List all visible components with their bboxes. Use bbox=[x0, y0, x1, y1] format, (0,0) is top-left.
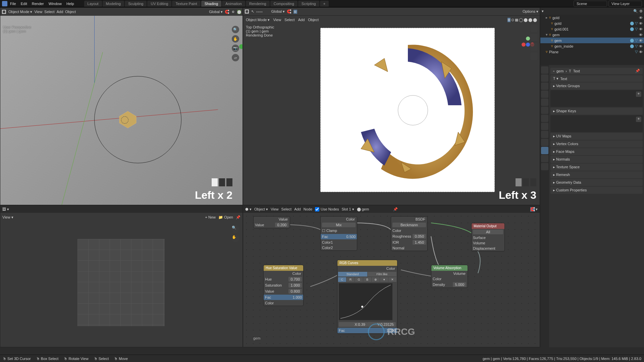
vp-menu-select[interactable]: Select bbox=[284, 18, 295, 22]
viewport-3d-right[interactable]: 🔳 ↖ ▫▫▫▫ Global ▾ 🧲 ⭘ Options ▾ Object M… bbox=[243, 7, 540, 205]
color-input[interactable]: Color bbox=[392, 229, 401, 233]
viewlayer-selector[interactable]: View Layer bbox=[608, 1, 642, 7]
grid-icon[interactable] bbox=[530, 53, 538, 60]
outliner-item[interactable]: gold bbox=[552, 16, 559, 20]
slot-selector[interactable]: Slot 1 ▾ bbox=[341, 207, 354, 212]
prop-tab-texture[interactable] bbox=[541, 163, 548, 170]
zoom-icon[interactable] bbox=[530, 24, 538, 32]
channel-b[interactable]: B bbox=[363, 277, 371, 282]
node-value[interactable]: Value Value0.200 bbox=[253, 216, 290, 228]
snap-toggle[interactable]: 🧲 bbox=[530, 207, 535, 212]
shading-solid[interactable]: ⬤ bbox=[524, 18, 528, 22]
workspace-texture[interactable]: Texture Paint bbox=[172, 1, 200, 7]
curve-tools[interactable]: ⊕ bbox=[372, 277, 380, 282]
clamp-checkbox[interactable]: ☐ Clamp bbox=[322, 229, 337, 233]
pin-button[interactable]: 📌 bbox=[393, 207, 398, 212]
vp-menu-add[interactable]: Add bbox=[298, 18, 305, 22]
shading-material[interactable]: ⬤ bbox=[528, 18, 532, 22]
prop-tab-render[interactable] bbox=[541, 66, 548, 74]
tone-standard[interactable]: Standard bbox=[338, 272, 367, 277]
color-input[interactable]: Color bbox=[433, 277, 441, 281]
editor-type-selector[interactable]: 🔳 bbox=[2, 10, 6, 14]
node-menu-node[interactable]: Node bbox=[304, 207, 312, 211]
target-select[interactable]: All bbox=[473, 230, 503, 234]
prop-tab-output[interactable] bbox=[541, 74, 548, 82]
empty-circle-object[interactable] bbox=[94, 76, 181, 163]
add-button[interactable]: + bbox=[636, 117, 641, 122]
workspace-add[interactable]: + bbox=[320, 1, 329, 7]
outliner-item[interactable]: gold.001 bbox=[554, 27, 569, 31]
uv-image-editor[interactable]: 🖼 ▾ View ▾ + New 📁 Open 📌 🔍 ✋ bbox=[0, 205, 243, 347]
shader-type[interactable]: Object ▾ bbox=[254, 207, 268, 212]
workspace-layout[interactable]: Layout bbox=[84, 1, 102, 7]
panel-geometry-data[interactable]: ▸ Geometry Data bbox=[550, 179, 643, 186]
editor-type-selector[interactable]: 🔳 bbox=[245, 9, 249, 14]
displacement-input[interactable]: Displacement bbox=[473, 246, 495, 250]
menu-file[interactable]: File bbox=[10, 2, 16, 6]
color1-input[interactable]: Color1 bbox=[322, 240, 333, 244]
prop-tab-scene[interactable] bbox=[541, 90, 548, 98]
channel-r[interactable]: R bbox=[346, 277, 355, 282]
menu-edit[interactable]: Edit bbox=[21, 2, 27, 6]
pan-icon[interactable] bbox=[530, 34, 538, 41]
options-dropdown[interactable]: Options ▾ bbox=[523, 9, 538, 14]
orientation-selector[interactable]: Global ▾ bbox=[209, 10, 223, 14]
vertex-groups-list[interactable]: + bbox=[550, 90, 643, 107]
shader-node-editor[interactable]: ⬢ ▾ Object ▾ View Select Add Node Use No… bbox=[243, 205, 540, 347]
panel-shape-keys[interactable]: ▸ Shape Keys bbox=[550, 108, 643, 115]
fac-field[interactable]: 0.500 bbox=[346, 235, 356, 239]
outliner-item[interactable]: Plane bbox=[549, 50, 558, 54]
proportional-edit[interactable]: ⭘ bbox=[293, 10, 297, 14]
node-hsv[interactable]: Hue Saturation Value Color Hue0.700 Satu… bbox=[263, 265, 304, 306]
expand-icon[interactable]: ▾ bbox=[546, 33, 548, 37]
prop-tab-modifier[interactable] bbox=[541, 115, 548, 122]
workspace-scripting[interactable]: Scripting bbox=[298, 1, 319, 7]
menu-render[interactable]: Render bbox=[32, 2, 44, 6]
node-mix-rgb[interactable]: Color Mix ☐ Clamp Fac0.500 Color1 Color2 bbox=[320, 216, 357, 251]
new-image-button[interactable]: + New bbox=[205, 215, 216, 219]
tone-filmlike[interactable]: Film like bbox=[368, 272, 397, 277]
panel-uv-maps[interactable]: ▸ UV Maps bbox=[550, 133, 643, 140]
snap-toggle[interactable]: 🧲 bbox=[287, 9, 291, 14]
normal-input[interactable]: Normal bbox=[392, 246, 404, 250]
snap-toggle[interactable]: 🧲 bbox=[225, 10, 229, 14]
workspace-rendering[interactable]: Rendering bbox=[246, 1, 270, 7]
panel-face-maps[interactable]: ▸ Face Maps bbox=[550, 148, 643, 155]
prop-tab-data[interactable] bbox=[541, 147, 548, 154]
outliner-filter-icon[interactable]: ⚙ bbox=[639, 9, 643, 13]
use-nodes-checkbox[interactable]: Use Nodes bbox=[315, 207, 339, 212]
outliner-filter[interactable]: ▾ bbox=[542, 9, 544, 13]
uv-view-menu[interactable]: View ▾ bbox=[2, 215, 13, 220]
mode-selector[interactable]: Object Mode ▾ bbox=[8, 10, 32, 14]
outliner-search-icon[interactable]: 🔍 bbox=[633, 9, 638, 13]
workspace-shading[interactable]: Shading bbox=[201, 1, 221, 7]
viewport-3d-left[interactable]: 🔳 Object Mode ▾ View Select Add Object G… bbox=[0, 7, 243, 205]
workspace-compositing[interactable]: Compositing bbox=[270, 1, 298, 7]
mode-selector[interactable]: Object Mode ▾ bbox=[246, 18, 270, 22]
zoom-icon[interactable]: 🔍 bbox=[232, 26, 239, 33]
prop-tab-material[interactable] bbox=[541, 155, 548, 162]
prop-tab-world[interactable] bbox=[541, 99, 548, 106]
shading-wireframe[interactable]: ◯ bbox=[519, 18, 523, 22]
outliner[interactable]: ▸▿gold👁 ▿gold⬤ ▽👁 ▿gold.001⬤ ▽👁 ▾▿gem👁 ▿… bbox=[540, 15, 644, 65]
prop-tab-object[interactable] bbox=[541, 107, 548, 114]
node-menu-add[interactable]: Add bbox=[294, 207, 301, 211]
editor-type-selector[interactable]: ⬢ ▾ bbox=[245, 207, 252, 212]
data-name-field[interactable]: T ▾Text bbox=[550, 75, 643, 82]
workspace-animation[interactable]: Animation bbox=[222, 1, 245, 7]
shading-rendered[interactable]: ⬤ bbox=[533, 18, 537, 22]
camera-icon[interactable] bbox=[530, 43, 538, 51]
gizmo-toggle[interactable]: ⊕ bbox=[507, 18, 511, 22]
pan-icon[interactable]: ✋ bbox=[232, 235, 239, 242]
panel-texture-space[interactable]: ▸ Texture Space bbox=[550, 164, 643, 171]
node-volume-absorption[interactable]: Volume Absorption Volume Color Density5.… bbox=[431, 265, 468, 288]
outliner-item[interactable]: gem bbox=[552, 33, 559, 37]
shading-toggle[interactable]: ⬤ bbox=[237, 10, 241, 14]
node-menu-select[interactable]: Select bbox=[281, 207, 292, 211]
prop-tab-constraint[interactable] bbox=[541, 139, 548, 146]
xray-toggle[interactable]: ▦ bbox=[515, 18, 518, 22]
node-material-output[interactable]: Material Output All Surface Volume Displ… bbox=[471, 223, 505, 251]
vp-menu-view[interactable]: View bbox=[34, 10, 42, 14]
color2-input[interactable]: Color2 bbox=[322, 246, 333, 250]
zoom-icon[interactable]: 🔍 bbox=[232, 226, 239, 233]
